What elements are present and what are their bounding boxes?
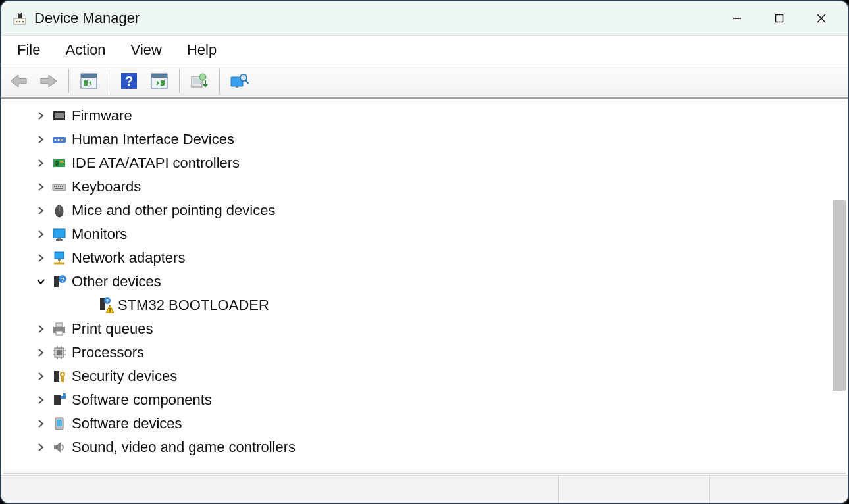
help-button[interactable]: ? <box>116 68 142 94</box>
tree-item-stm32-bootloader[interactable]: ? ! STM32 BOOTLOADER <box>3 293 846 317</box>
close-button[interactable] <box>800 1 842 36</box>
svg-rect-53 <box>54 276 59 287</box>
chevron-right-icon[interactable] <box>35 418 47 430</box>
chevron-right-icon[interactable] <box>35 157 47 169</box>
svg-rect-41 <box>60 186 61 187</box>
chevron-right-icon[interactable] <box>35 394 47 406</box>
tree-item-keyboards[interactable]: Keyboards <box>3 175 846 199</box>
tree-item-hid[interactable]: Human Interface Devices <box>3 128 846 151</box>
chevron-right-icon[interactable] <box>35 347 47 359</box>
tree-item-processors[interactable]: Processors <box>3 341 846 365</box>
find-button[interactable] <box>226 68 253 94</box>
tree-item-sound[interactable]: Sound, video and game controllers <box>3 436 846 459</box>
svg-rect-28 <box>55 114 64 116</box>
ide-icon <box>51 155 68 172</box>
unknown-device-warning-icon: ? ! <box>97 297 114 314</box>
chevron-right-icon[interactable] <box>35 252 47 264</box>
menu-action[interactable]: Action <box>56 39 115 61</box>
device-tree[interactable]: Firmware Human Interface Devices <box>3 101 846 474</box>
tree-item-print-queues[interactable]: Print queues <box>3 317 846 341</box>
svg-rect-2 <box>19 13 21 14</box>
tree-item-software-components[interactable]: Software components <box>3 388 846 412</box>
svg-text:?: ? <box>125 74 133 88</box>
svg-rect-38 <box>54 186 55 187</box>
scrollbar-thumb[interactable] <box>833 200 846 391</box>
svg-rect-39 <box>56 186 57 187</box>
toolbar: ? <box>1 64 848 99</box>
menubar: File Action View Help <box>1 36 848 64</box>
svg-rect-47 <box>57 238 61 239</box>
tree-item-mice[interactable]: Mice and other pointing devices <box>3 199 846 222</box>
tree-item-network[interactable]: Network adapters <box>3 246 846 270</box>
statusbar <box>1 475 848 503</box>
printer-icon <box>51 320 68 338</box>
svg-rect-16 <box>151 74 167 78</box>
chevron-down-icon[interactable] <box>35 276 47 288</box>
svg-rect-40 <box>58 186 59 187</box>
tree-item-monitors[interactable]: Monitors <box>3 222 846 246</box>
svg-rect-61 <box>56 323 63 327</box>
svg-rect-43 <box>55 188 63 189</box>
toolbar-separator <box>68 69 69 93</box>
svg-line-25 <box>245 80 249 84</box>
maximize-button[interactable] <box>758 1 800 36</box>
minimize-button[interactable] <box>716 1 758 36</box>
scan-hardware-button[interactable] <box>186 68 213 94</box>
svg-rect-27 <box>55 113 64 114</box>
firmware-icon <box>51 107 68 124</box>
tree-item-ide[interactable]: IDE ATA/ATAPI controllers <box>3 151 846 175</box>
svg-rect-17 <box>161 80 165 86</box>
tree-item-other-devices[interactable]: ? Other devices <box>3 270 846 293</box>
svg-point-24 <box>240 74 247 81</box>
show-hide-console-tree-button[interactable] <box>76 68 102 94</box>
chevron-right-icon[interactable] <box>35 370 47 382</box>
tree-item-software-devices[interactable]: Software devices <box>3 412 846 436</box>
status-cell-1 <box>1 476 558 503</box>
chevron-right-icon[interactable] <box>35 323 47 335</box>
svg-rect-42 <box>62 186 63 187</box>
keyboard-icon <box>51 178 68 195</box>
chevron-right-icon[interactable] <box>35 181 47 193</box>
monitor-icon <box>51 226 68 243</box>
svg-rect-64 <box>57 350 62 355</box>
action-pane-button[interactable] <box>146 68 172 94</box>
svg-point-3 <box>16 20 17 22</box>
mouse-icon <box>51 202 68 219</box>
software-component-icon <box>51 391 68 409</box>
tree-item-label: Print queues <box>72 320 153 338</box>
chevron-right-icon[interactable] <box>35 228 47 240</box>
svg-point-33 <box>61 139 63 141</box>
svg-rect-23 <box>236 86 238 88</box>
network-icon <box>51 249 68 266</box>
svg-rect-73 <box>54 371 59 382</box>
tree-item-label: Network adapters <box>72 249 185 266</box>
svg-rect-62 <box>56 331 63 335</box>
svg-text:?: ? <box>61 276 64 283</box>
svg-point-74 <box>61 372 64 376</box>
tree-item-label: Processors <box>72 344 144 361</box>
cpu-icon <box>51 344 68 361</box>
chevron-right-icon[interactable] <box>35 205 47 216</box>
security-icon <box>51 368 68 385</box>
tree-item-label: Software components <box>72 391 212 409</box>
back-button[interactable] <box>5 68 32 94</box>
svg-rect-50 <box>58 259 61 261</box>
forward-button[interactable] <box>36 68 62 94</box>
svg-rect-49 <box>55 252 64 259</box>
svg-rect-46 <box>53 229 65 238</box>
menu-file[interactable]: File <box>8 39 49 61</box>
tree-item-label: Mice and other pointing devices <box>72 202 275 219</box>
svg-point-4 <box>19 20 20 22</box>
svg-rect-29 <box>55 116 64 118</box>
chevron-right-icon[interactable] <box>35 134 47 145</box>
chevron-right-icon[interactable] <box>35 110 47 122</box>
window-title: Device Manager <box>34 10 716 27</box>
tree-item-security-devices[interactable]: Security devices <box>3 365 846 388</box>
menu-help[interactable]: Help <box>178 39 226 61</box>
tree-item-label: Firmware <box>72 107 132 124</box>
other-devices-icon: ? <box>51 273 68 290</box>
chevron-right-icon[interactable] <box>35 441 47 453</box>
menu-view[interactable]: View <box>122 39 171 61</box>
tree-item-firmware[interactable]: Firmware <box>3 104 846 128</box>
svg-point-5 <box>22 20 24 22</box>
